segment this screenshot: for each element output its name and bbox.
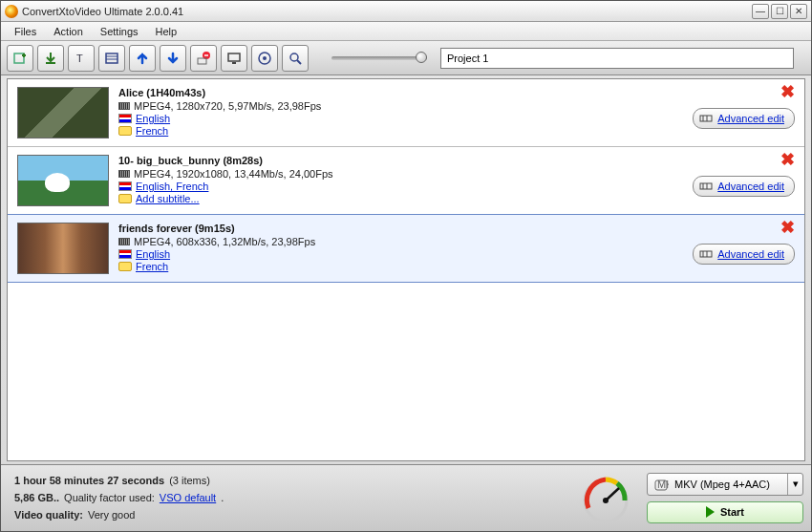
app-window: ConvertXtoVideo Ultimate 2.0.0.41 — ☐ ✕ … [0,0,812,532]
download-icon [43,51,58,66]
list-item[interactable]: Alice (1H40m43s) MPEG4, 1280x720, 5,97Mb… [8,79,804,147]
maximize-button[interactable]: ☐ [771,4,788,19]
item-title: 10- big_buck_bunny (8m28s) [118,155,642,166]
disc-icon [257,51,272,66]
move-up-button[interactable] [129,45,156,72]
output-panel: MKV MKV (Mpeg 4+AAC) ▾ Start [639,465,811,531]
remove-icon [196,51,211,66]
item-count: (3 items) [169,475,210,486]
svg-point-14 [263,56,267,60]
quality-factor-label: Quality factor used: [64,492,155,503]
add-file-button[interactable] [7,45,33,72]
item-format: MPEG4, 1920x1080, 13,44Mb/s, 24,00Fps [134,168,333,180]
chapters-icon [104,51,119,66]
edit-icon [699,247,713,261]
output-format-label: MKV (Mpeg 4+AAC) [674,479,770,490]
svg-rect-20 [700,183,712,189]
item-meta: friends forever (9m15s) MPEG4, 608x336, … [118,223,642,273]
advanced-edit-label: Advanced edit [717,248,784,260]
move-down-button[interactable] [160,45,186,72]
info-panel: 1 hour 58 minutes 27 seconds (3 items) 5… [1,465,572,531]
svg-rect-23 [700,251,712,257]
remove-item-button[interactable]: ✖ [780,85,795,98]
advanced-edit-label: Advanced edit [717,181,784,192]
svg-point-15 [290,53,298,61]
item-meta: Alice (1H40m43s) MPEG4, 1280x720, 5,97Mb… [118,87,642,138]
item-format: MPEG4, 1280x720, 5,97Mb/s, 23,98Fps [134,100,321,112]
remove-item-button[interactable]: ✖ [780,153,795,166]
download-button[interactable] [37,45,64,72]
gauge-icon [579,472,632,525]
item-format: MPEG4, 608x336, 1,32Mb/s, 23,98Fps [134,236,315,247]
format-icon: MKV [653,477,669,492]
output-format-select[interactable]: MKV MKV (Mpeg 4+AAC) ▾ [647,473,803,496]
add-subtitle-link[interactable]: Add subtitle... [136,193,200,204]
quality-factor-link[interactable]: VSO default [160,492,216,503]
advanced-edit-button[interactable]: Advanced edit [693,176,795,197]
start-button[interactable]: Start [647,501,803,524]
total-size: 5,86 GB.. [14,492,59,503]
svg-rect-10 [198,58,206,64]
svg-rect-17 [700,116,712,121]
subtitle-icon [118,126,132,136]
remove-item-button[interactable]: ✖ [780,221,795,234]
svg-rect-5 [106,53,118,63]
zoom-slider[interactable] [331,56,427,60]
menu-settings[interactable]: Settings [93,24,146,39]
play-icon [706,506,715,518]
subtitle-language-link[interactable]: French [136,125,168,137]
text-icon: T [74,51,89,66]
subtitle-icon [118,262,132,271]
advanced-edit-button[interactable]: Advanced edit [693,108,795,129]
svg-point-28 [603,498,609,503]
preview-button[interactable] [282,45,309,72]
quality-gauge [572,465,639,531]
minimize-button[interactable]: — [752,4,769,19]
item-list: Alice (1H40m43s) MPEG4, 1280x720, 5,97Mb… [7,78,805,461]
project-name-input[interactable] [440,48,794,69]
burn-button[interactable] [251,45,278,72]
total-duration: 1 hour 58 minutes 27 seconds [14,475,164,486]
menubar: Files Action Settings Help [1,22,811,41]
chevron-down-icon: ▾ [787,474,802,495]
flag-icon [118,181,132,191]
film-icon [118,170,130,178]
video-quality-value: Very good [88,509,136,521]
thumbnail [17,155,109,206]
start-label: Start [720,506,744,518]
remove-button[interactable] [190,45,217,72]
edit-icon [699,112,713,125]
audio-language-link[interactable]: English [136,248,170,260]
svg-line-16 [297,60,301,64]
svg-rect-3 [46,62,55,64]
film-icon [118,238,130,245]
chapters-button[interactable] [98,45,125,72]
text-button[interactable]: T [68,45,95,72]
monitor-button[interactable] [221,45,247,72]
add-file-icon [12,51,28,66]
thumbnail [17,87,109,138]
audio-language-link[interactable]: English, French [136,181,208,192]
magnifier-icon [288,51,303,66]
edit-icon [699,180,713,193]
svg-text:MKV: MKV [657,479,669,490]
menu-action[interactable]: Action [46,24,91,39]
arrow-down-icon [165,51,181,66]
advanced-edit-label: Advanced edit [717,113,784,124]
item-title: friends forever (9m15s) [118,223,642,234]
advanced-edit-button[interactable]: Advanced edit [693,244,795,265]
audio-language-link[interactable]: English [136,113,170,124]
menu-help[interactable]: Help [148,24,185,39]
footer: 1 hour 58 minutes 27 seconds (3 items) 5… [1,464,811,531]
close-button[interactable]: ✕ [790,4,807,19]
subtitle-language-link[interactable]: French [136,261,168,272]
film-icon [118,102,130,110]
item-meta: 10- big_buck_bunny (8m28s) MPEG4, 1920x1… [118,155,642,205]
slider-thumb[interactable] [416,52,427,63]
menu-files[interactable]: Files [7,24,44,39]
video-quality-label: Video quality: [14,509,83,521]
list-item[interactable]: 10- big_buck_bunny (8m28s) MPEG4, 1920x1… [8,147,804,215]
app-icon [5,5,18,18]
list-item[interactable]: friends forever (9m15s) MPEG4, 608x336, … [7,214,805,283]
svg-rect-11 [228,53,240,61]
